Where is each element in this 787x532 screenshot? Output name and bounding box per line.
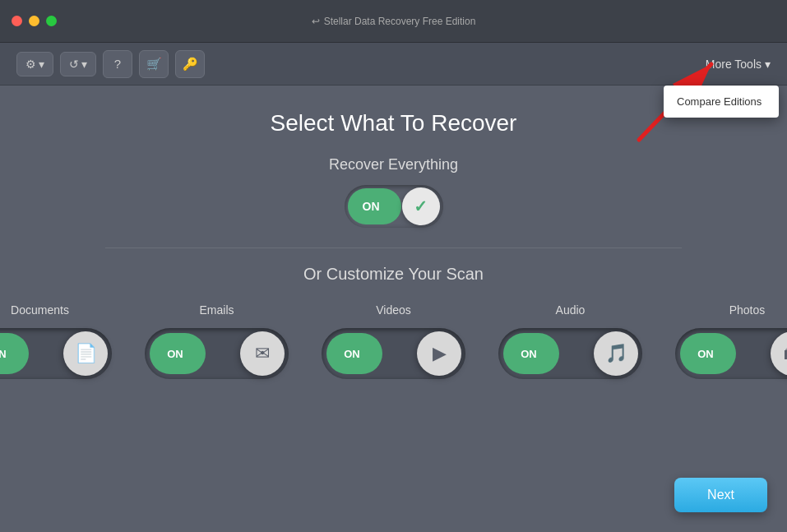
- history-button[interactable]: ↺ ▾: [60, 52, 96, 76]
- audio-label: Audio: [556, 303, 586, 317]
- toggle-knob: ✓: [402, 187, 440, 225]
- videos-on-text: ON: [344, 348, 360, 360]
- emails-on-text: ON: [167, 348, 183, 360]
- emails-knob: ✉: [240, 331, 285, 376]
- dropdown-menu: Compare Editions: [664, 86, 779, 118]
- close-button[interactable]: [12, 16, 22, 26]
- emails-label: Emails: [199, 303, 234, 317]
- videos-knob: ▶: [417, 331, 461, 376]
- videos-label: Videos: [376, 303, 411, 317]
- documents-label: Documents: [11, 303, 69, 317]
- recover-everything-label: Recover Everything: [329, 156, 458, 173]
- photos-knob: 🏔: [771, 331, 787, 376]
- compare-editions-item[interactable]: Compare Editions: [664, 89, 779, 114]
- check-icon: ✓: [414, 197, 428, 216]
- next-button[interactable]: Next: [674, 478, 767, 512]
- app-name: Stellar Data Recovery Free Edition: [324, 16, 476, 27]
- main-content: Select What To Recover Recover Everythin…: [0, 86, 787, 396]
- toggle-on-track: ON: [348, 188, 401, 224]
- documents-knob: 📄: [63, 331, 108, 376]
- category-emails: Emails ON ✉: [145, 303, 289, 379]
- minimize-button[interactable]: [29, 16, 39, 26]
- more-tools-chevron-icon: ▾: [765, 58, 771, 71]
- cart-icon: 🛒: [146, 57, 162, 72]
- maximize-button[interactable]: [46, 16, 57, 26]
- toolbar-right: More Tools ▾: [706, 58, 771, 71]
- divider: [105, 247, 683, 248]
- page-title: Select What To Recover: [271, 110, 517, 136]
- category-audio: Audio ON 🎵: [498, 303, 642, 379]
- audio-toggle[interactable]: ON 🎵: [498, 328, 642, 379]
- documents-on-text: ON: [0, 348, 7, 360]
- document-icon: 📄: [75, 343, 97, 364]
- categories-container: Documents ON 📄 Emails ON ✉: [0, 303, 787, 379]
- emails-toggle[interactable]: ON ✉: [145, 328, 289, 379]
- cart-button[interactable]: 🛒: [139, 50, 169, 78]
- settings-dropdown-icon: ▾: [39, 58, 44, 71]
- audio-on-text: ON: [521, 348, 537, 360]
- category-photos: Photos ON 🏔: [675, 303, 787, 379]
- more-tools-label: More Tools: [706, 58, 762, 71]
- audio-knob: 🎵: [594, 331, 638, 376]
- history-icon: ↺: [69, 58, 79, 71]
- key-icon: 🔑: [183, 57, 198, 72]
- category-documents: Documents ON 📄: [0, 303, 112, 379]
- traffic-lights: [12, 16, 57, 26]
- audio-on-track: ON: [503, 333, 559, 374]
- window-title: ↩ Stellar Data Recovery Free Edition: [312, 16, 476, 27]
- gear-icon: ⚙: [25, 58, 36, 71]
- category-videos: Videos ON ▶: [322, 303, 465, 379]
- play-icon: ▶: [433, 343, 447, 364]
- help-button[interactable]: ?: [103, 50, 132, 78]
- recover-everything-toggle[interactable]: ON ✓: [345, 185, 443, 228]
- more-tools-button[interactable]: More Tools ▾: [706, 58, 771, 71]
- email-icon: ✉: [255, 343, 270, 364]
- photos-toggle[interactable]: ON 🏔: [675, 328, 787, 379]
- photo-icon: 🏔: [784, 343, 787, 364]
- photos-on-track: ON: [680, 333, 736, 374]
- customize-label: Or Customize Your Scan: [303, 265, 484, 284]
- settings-button[interactable]: ⚙ ▾: [16, 52, 53, 76]
- videos-on-track: ON: [326, 333, 382, 374]
- documents-on-track: ON: [0, 333, 29, 374]
- emails-on-track: ON: [150, 333, 206, 374]
- photos-on-text: ON: [697, 348, 714, 360]
- key-button[interactable]: 🔑: [175, 50, 205, 78]
- toolbar: ⚙ ▾ ↺ ▾ ? 🛒 🔑 More Tools ▾: [0, 43, 787, 86]
- documents-toggle[interactable]: ON 📄: [0, 328, 112, 379]
- title-bar: ↩ Stellar Data Recovery Free Edition: [0, 0, 787, 43]
- back-icon: ↩: [312, 16, 320, 27]
- photos-label: Photos: [729, 303, 766, 317]
- help-icon: ?: [114, 57, 121, 71]
- music-icon: 🎵: [605, 343, 627, 364]
- videos-toggle[interactable]: ON ▶: [322, 328, 465, 379]
- toolbar-left: ⚙ ▾ ↺ ▾ ? 🛒 🔑: [16, 50, 205, 78]
- toggle-on-label: ON: [363, 200, 380, 213]
- history-dropdown-icon: ▾: [81, 58, 87, 71]
